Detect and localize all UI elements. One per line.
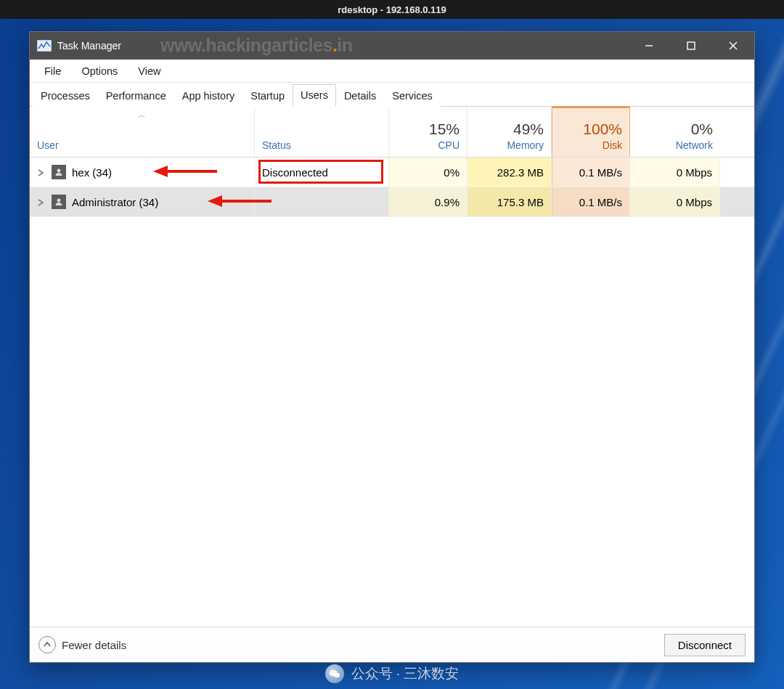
tab-users[interactable]: Users (293, 84, 336, 107)
window-controls (628, 32, 754, 60)
rdesktop-titlebar: rdesktop - 192.168.0.119 (0, 0, 784, 19)
svg-point-5 (57, 169, 61, 173)
bottom-watermark-text: 公众号 · 三沐数安 (351, 664, 460, 683)
cpu-cell: 0.9% (389, 187, 467, 216)
footer-bar: Fewer details Disconnect (30, 627, 754, 662)
tab-processes[interactable]: Processes (33, 85, 98, 107)
window-title: Task Manager (57, 40, 121, 52)
chevron-up-icon (38, 636, 56, 653)
task-manager-window: Task Manager www.hackingarticles.in File… (29, 31, 755, 663)
menu-bar: File Options View (30, 60, 754, 83)
window-titlebar[interactable]: Task Manager www.hackingarticles.in (30, 32, 754, 60)
svg-point-11 (329, 670, 337, 677)
network-cell: 0 Mbps (630, 158, 720, 187)
col-network[interactable]: 0% Network (630, 107, 720, 157)
fewer-details-toggle[interactable]: Fewer details (38, 636, 126, 653)
menu-options[interactable]: Options (71, 62, 128, 80)
user-icon (52, 195, 66, 209)
memory-cell: 282.3 MB (467, 158, 552, 187)
col-cpu[interactable]: 15% CPU (389, 107, 467, 157)
svg-point-12 (334, 673, 340, 678)
rdesktop-title: rdesktop - 192.168.0.119 (338, 4, 446, 15)
status-cell (255, 187, 389, 216)
tab-bar: Processes Performance App history Startu… (30, 83, 754, 107)
user-icon (52, 165, 66, 179)
sort-indicator-icon: ︿ (138, 110, 146, 121)
menu-view[interactable]: View (128, 62, 171, 80)
watermark-text: www.hackingarticles.in (160, 35, 353, 56)
tab-details[interactable]: Details (336, 85, 384, 107)
col-disk[interactable]: 100% Disk (552, 106, 630, 157)
svg-point-8 (57, 199, 61, 203)
expand-icon[interactable] (37, 196, 46, 208)
user-name: hex (34) (72, 166, 112, 179)
disk-cell: 0.1 MB/s (552, 158, 630, 187)
close-button[interactable] (712, 32, 754, 60)
task-manager-icon (37, 40, 52, 52)
user-cell: hex (34) (30, 158, 255, 187)
user-cell: Administrator (34) (30, 187, 255, 216)
tab-performance[interactable]: Performance (98, 85, 174, 107)
col-user[interactable]: ︿ User (30, 107, 255, 157)
columns-header: ︿ User Status 15% CPU 49% Memory 100% Di… (30, 107, 754, 158)
user-row-hex[interactable]: hex (34) Disconnected 0% 282.3 MB 0.1 MB… (30, 158, 754, 187)
user-name: Administrator (34) (72, 196, 158, 208)
fewer-details-label: Fewer details (62, 639, 126, 651)
empty-area (30, 217, 754, 627)
status-cell: Disconnected (255, 158, 389, 187)
tab-startup[interactable]: Startup (242, 85, 293, 107)
menu-file[interactable]: File (34, 62, 71, 80)
maximize-button[interactable] (670, 32, 712, 60)
cpu-cell: 0% (389, 158, 467, 187)
memory-cell: 175.3 MB (467, 187, 552, 216)
tab-services[interactable]: Services (384, 85, 441, 107)
svg-rect-2 (687, 42, 695, 49)
col-status[interactable]: Status (255, 107, 389, 157)
network-cell: 0 Mbps (630, 187, 720, 216)
minimize-button[interactable] (628, 32, 670, 60)
disk-cell: 0.1 MB/s (552, 187, 630, 216)
wechat-icon (325, 664, 344, 683)
expand-icon[interactable] (37, 166, 46, 179)
disconnect-button[interactable]: Disconnect (664, 634, 746, 656)
col-memory[interactable]: 49% Memory (467, 107, 552, 157)
user-row-administrator[interactable]: Administrator (34) 0.9% 175.3 MB 0.1 MB/… (30, 187, 754, 217)
tab-app-history[interactable]: App history (174, 85, 243, 107)
